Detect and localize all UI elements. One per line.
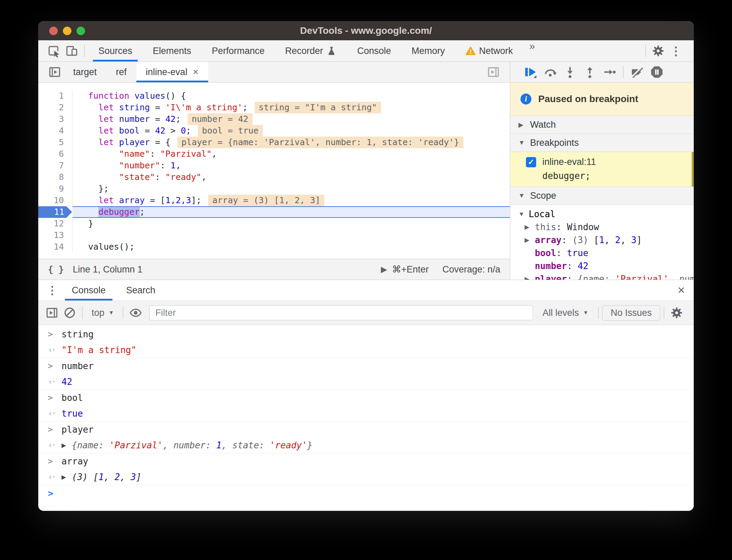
line-number[interactable]: 12 (38, 218, 72, 229)
watch-section-header[interactable]: ▶ Watch (510, 116, 694, 134)
pretty-print-icon[interactable]: { } (48, 264, 64, 275)
code-content[interactable]: } (72, 218, 510, 229)
tab-network[interactable]: Network (455, 40, 523, 61)
live-expression-eye-icon[interactable] (127, 304, 145, 322)
device-toolbar-icon[interactable] (63, 42, 81, 60)
code-content[interactable]: let bool = 42 > 0;bool = true (72, 125, 510, 137)
console-input-row[interactable]: >string (38, 326, 694, 342)
scope-section-header[interactable]: ▼ Scope (510, 187, 694, 205)
step-out-icon[interactable] (580, 63, 600, 81)
scope-item-array[interactable]: ▶array: (3) [1, 2, 3] (518, 234, 694, 247)
console-result-row[interactable]: ‹·▶{name: 'Parzival', number: 1, state: … (38, 437, 694, 453)
scope-item-bool[interactable]: bool: true (518, 247, 694, 260)
chevron-right-icon[interactable]: ▶ (525, 223, 535, 231)
close-window-button[interactable] (49, 27, 58, 35)
line-number[interactable]: 8 (38, 171, 72, 183)
deactivate-breakpoints-icon[interactable] (627, 63, 647, 81)
scope-group-local[interactable]: ▼Local (518, 208, 694, 221)
code-content[interactable]: function values() { (72, 90, 510, 102)
code-content[interactable]: let number = 42;number = 42 (72, 113, 510, 125)
close-tab-icon[interactable]: × (193, 67, 198, 78)
console-result-row[interactable]: ‹·▶(3) [1, 2, 3] (38, 469, 694, 485)
step-over-icon[interactable] (540, 63, 560, 81)
line-number[interactable]: 7 (38, 160, 72, 171)
code-content[interactable]: "state": "ready", (72, 171, 510, 183)
line-number[interactable]: 10 (38, 195, 72, 206)
file-tab-ref[interactable]: ref (106, 62, 136, 82)
console-prompt[interactable]: > (38, 485, 694, 501)
tab-memory[interactable]: Memory (401, 40, 455, 61)
breakpoints-section-header[interactable]: ▼ Breakpoints (510, 134, 694, 152)
tab-elements[interactable]: Elements (143, 40, 202, 61)
maximize-window-button[interactable] (77, 27, 85, 35)
line-number[interactable]: 3 (38, 113, 72, 125)
code-content[interactable]: let array = [1,2,3];array = (3) [1, 2, 3… (72, 195, 510, 206)
chevron-right-icon[interactable]: ▶ (525, 275, 535, 280)
scope-item-this[interactable]: ▶this: Window (518, 221, 694, 234)
filter-input[interactable] (149, 305, 533, 320)
resume-script-icon[interactable] (520, 63, 540, 81)
console-input-row[interactable]: >bool (38, 390, 694, 406)
step-into-icon[interactable] (560, 63, 580, 81)
console-input-row[interactable]: >array (38, 453, 694, 469)
chevron-right-icon[interactable]: ▶ (525, 236, 535, 244)
pause-on-exceptions-icon[interactable] (647, 63, 667, 81)
clear-console-icon[interactable] (61, 304, 79, 322)
console-input-row[interactable]: >number (38, 358, 694, 374)
line-number[interactable]: 5 (38, 137, 72, 148)
show-console-sidebar-icon[interactable] (43, 304, 61, 322)
no-issues-button[interactable]: No Issues (602, 305, 660, 321)
code-content[interactable]: values(); (72, 241, 510, 253)
code-content[interactable] (72, 229, 510, 241)
line-number[interactable]: 1 (38, 90, 72, 102)
close-drawer-icon[interactable]: × (678, 283, 685, 297)
console-settings-gear-icon[interactable] (668, 304, 686, 322)
chevron-down-icon[interactable]: ▼ (518, 211, 529, 218)
console-result-row[interactable]: ‹·42 (38, 374, 694, 390)
chevron-down-icon[interactable]: ▼ (518, 139, 530, 146)
drawer-tab-console[interactable]: Console (62, 280, 116, 300)
context-selector[interactable]: top ▼ (86, 308, 119, 318)
show-debugger-panel-icon[interactable] (485, 63, 502, 81)
titlebar[interactable]: DevTools - www.google.com/ (38, 21, 694, 40)
breakpoint-marker[interactable]: 11 (38, 206, 72, 218)
tab-performance[interactable]: Performance (202, 40, 275, 61)
line-number[interactable]: 4 (38, 125, 72, 137)
breakpoint-checkbox[interactable]: ✓ (526, 157, 536, 167)
code-content[interactable]: "number": 1, (72, 160, 510, 171)
inspect-element-icon[interactable] (45, 42, 63, 60)
drawer-menu-icon[interactable]: ⋮ (43, 284, 62, 297)
tab-sources[interactable]: Sources (88, 40, 143, 61)
tab-console[interactable]: Console (347, 40, 401, 61)
log-levels-selector[interactable]: All levels ▼ (537, 308, 595, 318)
file-tab-target[interactable]: target (64, 62, 106, 82)
kebab-menu-icon[interactable]: ⋮ (667, 42, 685, 60)
expand-object-icon[interactable]: ▶ (62, 442, 72, 449)
line-number[interactable]: 13 (38, 229, 72, 241)
line-number[interactable]: 9 (38, 183, 72, 195)
show-navigator-icon[interactable] (46, 63, 64, 81)
minimize-window-button[interactable] (63, 27, 71, 35)
chevron-down-icon[interactable]: ▼ (518, 192, 530, 199)
code-editor[interactable]: 1function values() {2 let string = 'I\'m… (38, 83, 510, 259)
code-content[interactable]: debugger; (72, 206, 510, 218)
chevron-right-icon[interactable]: ▶ (518, 121, 530, 129)
file-tab-inline-eval[interactable]: inline-eval× (136, 62, 208, 82)
breakpoint-entry[interactable]: ✓inline-eval:11debugger; (510, 152, 694, 187)
console-input-row[interactable]: >player (38, 421, 694, 437)
line-number[interactable]: 6 (38, 148, 72, 160)
more-tabs-icon[interactable]: » (523, 40, 541, 61)
console-result-row[interactable]: ‹·true (38, 406, 694, 421)
console-log[interactable]: >string‹·"I'm a string">number‹·42>bool‹… (38, 325, 694, 511)
drawer-tab-search[interactable]: Search (116, 280, 166, 300)
settings-gear-icon[interactable] (649, 42, 667, 60)
code-content[interactable]: let player = {player = {name: 'Parzival'… (72, 137, 510, 148)
code-content[interactable]: }; (72, 183, 510, 195)
code-content[interactable]: "name": "Parzival", (72, 148, 510, 160)
line-number[interactable]: 14 (38, 241, 72, 253)
code-content[interactable]: let string = 'I\'m a string';string = "I… (72, 102, 510, 113)
step-icon[interactable] (600, 63, 620, 81)
scope-item-number[interactable]: number: 42 (518, 260, 694, 272)
scope-item-player[interactable]: ▶player: {name: 'Parzival', number: 1, s… (518, 272, 694, 280)
expand-object-icon[interactable]: ▶ (62, 474, 72, 481)
